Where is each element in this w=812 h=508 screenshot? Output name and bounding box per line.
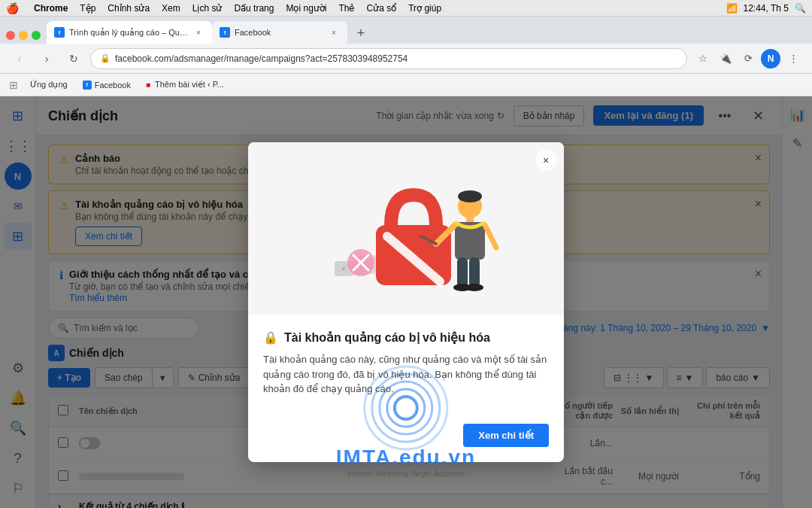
bookmark-facebook[interactable]: f Facebook [77,79,137,91]
modal-footer: Xem chi tiết [248,424,564,462]
bookmark-apps[interactable]: Ứng dụng [24,78,74,91]
modal-title-icon: 🔒 [263,330,278,345]
reload-btn[interactable]: ↻ [63,48,84,69]
menu-file[interactable]: Tệp [80,3,95,14]
menu-tab[interactable]: Thẻ [338,3,354,14]
svg-line-15 [485,225,496,248]
svg-text:×: × [341,265,345,272]
menubar-wifi-icon: 📶 [726,3,738,14]
browser-window: f Trình quản lý quảng cáo – Quả... × f F… [0,17,812,508]
tab-favicon-facebook: f [220,27,230,38]
tab-close-facebook[interactable]: × [328,26,340,38]
menubar-time: 12:44, Th 5 [744,3,789,14]
profile-btn[interactable]: N [761,49,780,68]
modal-title-text: Tài khoản quảng cáo bị vô hiệu hóa [284,330,490,345]
menu-view[interactable]: Xem [162,3,180,14]
modal-cta-btn[interactable]: Xem chi tiết [463,424,549,447]
svg-rect-17 [469,257,480,287]
bookmark-star-icon[interactable]: ☆ [693,49,713,68]
menu-edit[interactable]: Chỉnh sửa [108,3,150,14]
bookmark-facebook-label: Facebook [95,81,131,90]
apple-logo: 🍎 [6,2,19,14]
url-text: facebook.com/adsmanager/manage/campaigns… [115,53,408,64]
modal-text: Tài khoản quảng cáo này, cũng như quảng … [263,352,549,397]
svg-point-19 [465,284,483,291]
address-bar: ‹ › ↻ 🔒 facebook.com/adsmanager/manage/c… [0,44,812,74]
watermark-sub-text: Internet Marketing Target Audience [347,470,464,478]
url-bar[interactable]: 🔒 facebook.com/adsmanager/manage/campaig… [90,48,687,69]
forward-btn[interactable]: › [36,48,57,69]
menu-window[interactable]: Cửa sổ [367,3,397,14]
svg-point-11 [458,190,482,202]
svg-rect-12 [466,216,474,222]
tab-facebook[interactable]: f Facebook × [212,21,347,44]
new-tab-btn[interactable]: + [350,23,371,44]
menu-bookmarks[interactable]: Dấu trang [234,3,274,14]
modal-close-btn[interactable]: × [535,150,556,171]
menu-chrome[interactable]: Chrome [34,3,68,14]
menu-help[interactable]: Trợ giúp [408,3,441,14]
bookmark-post[interactable]: ■ Thêm bài viết ‹ P... [140,78,230,91]
svg-rect-16 [457,257,468,287]
menubar-right-icons: 📶 12:44, Th 5 🔍 [726,3,807,14]
bookmark-apps-label: Ứng dụng [30,80,68,90]
browser-content: ⊞ ⋮⋮ N ✉ ⊞ ⚙ 🔔 🔍 ? ⚐ Chiến dịch Thời gia… [0,96,812,508]
extension-icon[interactable]: 🔌 [716,49,735,68]
tab-close-adsmanager[interactable]: × [192,26,205,38]
tab-favicon-adsmanager: f [54,27,65,38]
modal-illustration: × × [293,150,519,308]
menu-people[interactable]: Mọi người [286,3,326,14]
back-btn[interactable]: ‹ [9,48,30,69]
window-maximize-btn[interactable] [32,31,41,40]
bookmarks-bar: ⊞ Ứng dụng f Facebook ■ Thêm bài viết ‹ … [0,74,812,96]
sync-icon[interactable]: ⟳ [738,49,758,68]
modal-image-area: × × × [248,142,564,315]
tab-adsmanager[interactable]: f Trình quản lý quảng cáo – Quả... × [47,21,212,44]
modal: × × × [248,142,564,462]
chrome-menu-icon[interactable]: ⋮ [783,49,803,68]
tab-title-facebook: Facebook [235,28,323,37]
menu-history[interactable]: Lịch sử [192,3,223,14]
tab-title-adsmanager: Trình quản lý quảng cáo – Quả... [69,28,188,38]
modal-body: 🔒 Tài khoản quảng cáo bị vô hiệu hóa Tài… [248,315,564,424]
mac-menubar: 🍎 Chrome Tệp Chỉnh sửa Xem Lịch sử Dấu t… [0,0,812,17]
bookmark-post-icon: ■ [146,81,150,89]
tab-bar: f Trình quản lý quảng cáo – Quả... × f F… [0,17,812,44]
address-right-icons: ☆ 🔌 ⟳ N ⋮ [693,49,803,68]
window-close-btn[interactable] [6,31,15,40]
window-minimize-btn[interactable] [19,31,28,40]
modal-title: 🔒 Tài khoản quảng cáo bị vô hiệu hóa [263,330,549,345]
bookmark-fb-favicon: f [83,81,92,90]
bookmark-post-label: Thêm bài viết ‹ P... [155,80,224,90]
menubar-search-icon[interactable]: 🔍 [795,3,806,14]
apps-icon: ⊞ [9,79,18,91]
modal-overlay: × × × [0,96,812,508]
ssl-lock-icon: 🔒 [100,53,111,63]
